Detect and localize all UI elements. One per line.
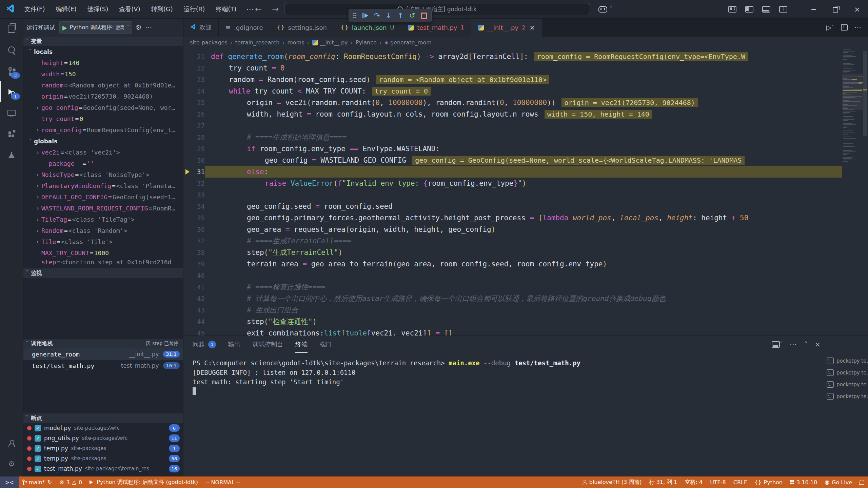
variable-row[interactable]: ›Random = <class 'Random'> <box>23 225 183 236</box>
code-line-26[interactable]: 26width, height = room_config.layout.n_c… <box>183 108 842 120</box>
restart-button[interactable]: ↺ <box>409 12 415 19</box>
back-icon[interactable]: ← <box>255 5 262 13</box>
restore-icon[interactable] <box>825 0 846 18</box>
breakpoint-checkbox[interactable]: ✓ <box>35 445 41 452</box>
code-line-28[interactable]: 28# ====生成初始地理信息==== <box>183 131 842 143</box>
variable-row[interactable]: __package__ = '' <box>23 158 183 169</box>
terminal-list-item[interactable]: pocketpy te… <box>827 367 868 379</box>
close-icon[interactable]: × <box>846 0 868 18</box>
code-line-25[interactable]: 25origin = vec2i(random.randint(0, 10000… <box>183 97 842 108</box>
variable-row[interactable]: ›TileTag = <class 'TileTag'> <box>23 214 183 225</box>
minimap-slider[interactable] <box>842 74 863 110</box>
minimize-icon[interactable]: − <box>803 0 825 18</box>
code-line-39[interactable]: 39terrain_area = geo_area_to_terrain(geo… <box>183 258 842 270</box>
callstack-section-header[interactable]: ˇ 调用堆栈 因 step 已暂停 <box>23 339 183 348</box>
variable-row[interactable]: ›vec2i = <class 'vec2i'> <box>23 147 183 158</box>
tab-.gdignore[interactable]: ≡.gdignore <box>219 18 270 37</box>
more-actions[interactable]: ⋯ <box>790 341 796 348</box>
activity-accounts[interactable] <box>0 432 23 453</box>
drag-handle[interactable] <box>353 13 357 19</box>
terminal-list-item[interactable]: pocketpy te… <box>827 390 868 402</box>
variable-row[interactable]: MAX_TRY_COUNT = 1000 <box>23 247 183 259</box>
watch-section-header[interactable]: ˇ 监视 <box>23 268 183 278</box>
debug-config-dropdown[interactable]: ▶ Python 调试程序: 启动文件 (godot-ldtk) ˇ <box>59 21 132 34</box>
menu-item-4[interactable]: 转到(G) <box>147 3 177 15</box>
customize-layout-icon[interactable] <box>728 6 736 13</box>
code-line-40[interactable]: 40 <box>183 270 842 281</box>
breadcrumb-item[interactable]: terrain_research <box>235 39 280 46</box>
status-go-live[interactable]: ◉Go Live <box>821 476 856 488</box>
activity-search[interactable] <box>0 39 23 60</box>
code-line-34[interactable]: 34geo_config.seed = room_config.seed <box>183 201 842 212</box>
status-interpreter-version[interactable]: 3.10.10 <box>786 476 821 488</box>
status-indentation[interactable]: 空格: 4 <box>681 476 706 488</box>
activity-testing[interactable] <box>0 144 23 165</box>
status-notifications[interactable] <box>856 476 868 488</box>
menu-item-3[interactable]: 查看(V) <box>115 3 144 15</box>
code-line-24[interactable]: 24while try_count < MAX_TRY_COUNT:try_co… <box>183 85 842 97</box>
more-actions[interactable]: ⋯ <box>854 24 861 31</box>
activity-run-and-debug[interactable]: 1 <box>0 81 23 102</box>
status-remote-indicator[interactable]: >< <box>0 476 19 488</box>
breakpoint-row[interactable]: ✓model.pysite-packages\wfc6 <box>23 423 183 433</box>
code-line-20[interactable]: 20 <box>183 48 842 51</box>
code-line-27[interactable]: 27 <box>183 120 842 131</box>
menu-item-5[interactable]: 运行(R) <box>180 3 209 15</box>
variable-row[interactable]: try_count = 0 <box>23 113 183 124</box>
variable-row[interactable]: ›geo_config = GeoConfig(seed=None, wor… <box>23 102 183 113</box>
variable-row[interactable]: ›Tile = <class 'Tile'> <box>23 236 183 247</box>
toggle-panel-icon[interactable] <box>762 6 770 13</box>
step-into-button[interactable]: ↓ <box>386 12 392 19</box>
step-out-button[interactable]: ↑ <box>397 12 403 19</box>
breakpoints-section-header[interactable]: ˇ 断点 <box>23 413 183 423</box>
breadcrumb-item[interactable]: Pylance <box>356 39 377 46</box>
breadcrumb-item[interactable]: __init__.py <box>312 39 348 46</box>
terminal-view-select[interactable]: ˇ <box>772 341 783 348</box>
maximize-panel[interactable]: ˆ <box>804 341 807 348</box>
activity-source-control[interactable]: 3 <box>0 60 23 81</box>
variable-row[interactable]: ›DEFAULT_GEO_CONFIG = GeoConfig(seed=1… <box>23 191 183 203</box>
terminal-output[interactable]: PS C:\computer_science\godot-ldtk\site-p… <box>193 358 824 396</box>
code-line-21[interactable]: 21def generate_room(room_config: RoomReq… <box>183 51 842 62</box>
menu-item-0[interactable]: 文件(F) <box>20 3 49 15</box>
close-panel[interactable]: × <box>815 341 821 348</box>
status-vim-mode[interactable]: -- NORMAL -- <box>202 476 244 488</box>
callstack-frame[interactable]: test/test_math.pytest_math.py16:1 <box>23 360 183 371</box>
copilot-menu[interactable]: ˇ <box>598 0 613 18</box>
code-line-45[interactable]: 45exit_combinations:list[tuple[vec2i, ve… <box>183 327 842 336</box>
breadcrumb-item[interactable]: ◈generate_room <box>384 39 432 46</box>
scrollbar-thumb[interactable] <box>863 51 867 136</box>
code-line-23[interactable]: 23random = Random(room_config.seed)rando… <box>183 74 842 85</box>
variable-row[interactable]: ›NoiseType = <class 'NoiseType'> <box>23 169 183 180</box>
tab-欢迎[interactable]: 欢迎 <box>183 18 219 37</box>
panel-tab-输出[interactable]: 输出 <box>228 336 240 353</box>
panel-tab-问题[interactable]: 问题3 <box>193 336 216 353</box>
code-line-35[interactable]: 35geo_config.primary_forces.geothermal_a… <box>183 212 842 224</box>
activity-manage-settings[interactable]: ⚙ <box>0 453 23 474</box>
status-encoding[interactable]: UTF-8 <box>706 476 730 488</box>
status-git-blame[interactable]: blueloveTH (3 周前) <box>579 476 646 488</box>
status-debug-session[interactable]: Python 调试程序: 启动文件 (godot-ldtk) <box>86 476 202 488</box>
breakpoint-row[interactable]: ✓test_math.pysite-packages\terrain_res…1… <box>23 464 183 474</box>
variable-group-locals[interactable]: ˇlocals <box>23 46 183 57</box>
breadcrumb-item[interactable]: rooms <box>288 39 304 46</box>
menu-item-2[interactable]: 选择(S) <box>83 3 112 15</box>
code-line-36[interactable]: 36geo_area = request_area(origin, width,… <box>183 224 842 235</box>
breadcrumb-item[interactable]: site-packages <box>190 39 228 46</box>
more-actions-icon[interactable]: ⋯ <box>145 24 152 31</box>
variable-row[interactable]: ›WASTELAND_ROOM_REQUEST_CONFIG = RoomR… <box>23 203 183 214</box>
breakpoint-row[interactable]: ✓png_utils.pysite-packages\wfc11 <box>23 433 183 443</box>
code-line-30[interactable]: 30geo_config = WASTELAND_GEO_CONFIGgeo_c… <box>183 155 842 166</box>
close-icon[interactable]: × <box>529 23 535 32</box>
code-line-33[interactable]: 33 <box>183 189 842 201</box>
code-line-41[interactable]: 41# ====检查连通性==== <box>183 281 842 293</box>
variable-row[interactable]: step = <function step at 0x1bf9cd216d <box>23 259 183 265</box>
panel-tab-调试控制台[interactable]: 调试控制台 <box>253 336 283 353</box>
breakpoint-checkbox[interactable]: ✓ <box>35 455 41 462</box>
tab-__init__.py[interactable]: __init__.py2× <box>471 18 542 37</box>
start-debug-icon[interactable]: ▶ <box>62 24 67 31</box>
code-line-38[interactable]: 38step("生成TerrainCell") <box>183 247 842 258</box>
tab-settings.json[interactable]: {}settings.json <box>270 18 334 37</box>
command-center-search[interactable]: [扩展开发宿主] godot-ldtk <box>284 3 590 15</box>
code-line-31[interactable]: 31else: <box>183 166 842 178</box>
